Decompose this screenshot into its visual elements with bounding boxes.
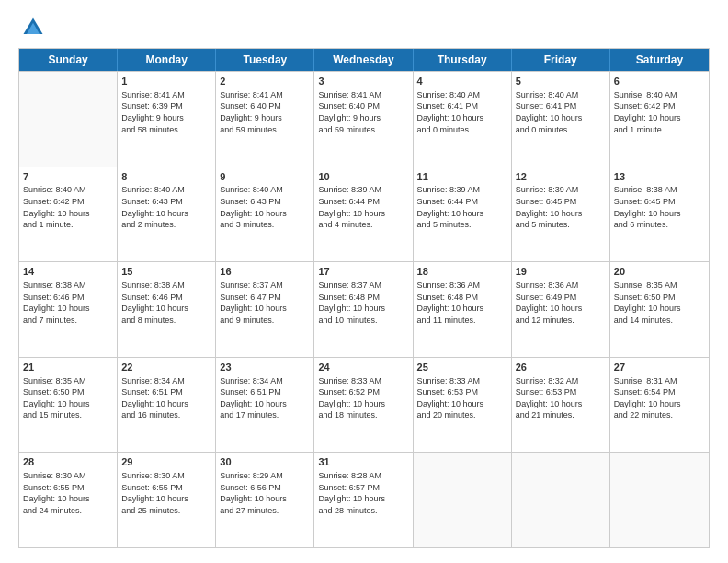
calendar-cell: 1Sunrise: 8:41 AM Sunset: 6:39 PM Daylig… [118, 72, 216, 167]
calendar-cell: 18Sunrise: 8:36 AM Sunset: 6:48 PM Dayli… [414, 262, 512, 357]
calendar-header-cell: Sunday [19, 49, 118, 71]
calendar-cell: 23Sunrise: 8:34 AM Sunset: 6:51 PM Dayli… [216, 358, 314, 453]
cell-text: Sunrise: 8:30 AM Sunset: 6:55 PM Dayligh… [23, 470, 113, 516]
calendar-cell: 30Sunrise: 8:29 AM Sunset: 6:56 PM Dayli… [216, 453, 314, 547]
cell-text: Sunrise: 8:29 AM Sunset: 6:56 PM Dayligh… [220, 470, 310, 516]
day-number: 7 [23, 170, 113, 184]
logo [18, 15, 50, 40]
cell-text: Sunrise: 8:40 AM Sunset: 6:43 PM Dayligh… [220, 184, 310, 230]
cell-text: Sunrise: 8:39 AM Sunset: 6:44 PM Dayligh… [318, 184, 408, 230]
calendar-body: 1Sunrise: 8:41 AM Sunset: 6:39 PM Daylig… [19, 71, 709, 547]
calendar-cell: 11Sunrise: 8:39 AM Sunset: 6:44 PM Dayli… [414, 167, 512, 262]
day-number: 23 [220, 361, 310, 374]
cell-text: Sunrise: 8:39 AM Sunset: 6:44 PM Dayligh… [417, 184, 507, 230]
day-number: 30 [220, 455, 310, 469]
day-number: 24 [318, 361, 408, 374]
calendar-row: 21Sunrise: 8:35 AM Sunset: 6:50 PM Dayli… [19, 357, 709, 453]
calendar-cell [19, 72, 118, 167]
day-number: 19 [516, 265, 606, 279]
calendar-header-cell: Monday [118, 49, 216, 71]
calendar-cell: 4Sunrise: 8:40 AM Sunset: 6:41 PM Daylig… [414, 72, 512, 167]
day-number: 26 [516, 361, 606, 374]
logo-icon [20, 15, 46, 40]
calendar-cell: 22Sunrise: 8:34 AM Sunset: 6:51 PM Dayli… [118, 358, 216, 453]
cell-text: Sunrise: 8:41 AM Sunset: 6:40 PM Dayligh… [318, 89, 408, 135]
cell-text: Sunrise: 8:41 AM Sunset: 6:40 PM Dayligh… [220, 89, 310, 135]
cell-text: Sunrise: 8:33 AM Sunset: 6:52 PM Dayligh… [318, 375, 408, 421]
calendar-cell: 15Sunrise: 8:38 AM Sunset: 6:46 PM Dayli… [118, 262, 216, 357]
cell-text: Sunrise: 8:36 AM Sunset: 6:49 PM Dayligh… [516, 280, 606, 326]
cell-text: Sunrise: 8:40 AM Sunset: 6:41 PM Dayligh… [417, 89, 507, 135]
day-number: 22 [121, 361, 211, 374]
cell-text: Sunrise: 8:36 AM Sunset: 6:48 PM Dayligh… [417, 280, 507, 326]
cell-text: Sunrise: 8:34 AM Sunset: 6:51 PM Dayligh… [220, 375, 310, 421]
header [18, 15, 710, 40]
calendar-row: 1Sunrise: 8:41 AM Sunset: 6:39 PM Daylig… [19, 71, 709, 167]
day-number: 18 [417, 265, 507, 279]
day-number: 20 [614, 265, 705, 279]
cell-text: Sunrise: 8:31 AM Sunset: 6:54 PM Dayligh… [614, 375, 705, 421]
cell-text: Sunrise: 8:32 AM Sunset: 6:53 PM Dayligh… [516, 375, 606, 421]
calendar-header-cell: Thursday [414, 49, 512, 71]
cell-text: Sunrise: 8:40 AM Sunset: 6:43 PM Dayligh… [121, 184, 211, 230]
cell-text: Sunrise: 8:39 AM Sunset: 6:45 PM Dayligh… [516, 184, 606, 230]
calendar-cell [610, 453, 709, 547]
day-number: 29 [121, 455, 211, 469]
day-number: 5 [516, 75, 606, 88]
cell-text: Sunrise: 8:38 AM Sunset: 6:45 PM Dayligh… [614, 184, 705, 230]
cell-text: Sunrise: 8:28 AM Sunset: 6:57 PM Dayligh… [318, 470, 408, 516]
calendar-cell: 12Sunrise: 8:39 AM Sunset: 6:45 PM Dayli… [512, 167, 610, 262]
calendar-header: SundayMondayTuesdayWednesdayThursdayFrid… [19, 49, 709, 71]
cell-text: Sunrise: 8:38 AM Sunset: 6:46 PM Dayligh… [23, 280, 113, 326]
day-number: 27 [614, 361, 705, 374]
calendar-cell: 24Sunrise: 8:33 AM Sunset: 6:52 PM Dayli… [314, 358, 413, 453]
calendar-header-cell: Saturday [610, 49, 709, 71]
day-number: 1 [121, 75, 211, 88]
day-number: 13 [614, 170, 705, 184]
calendar-cell: 2Sunrise: 8:41 AM Sunset: 6:40 PM Daylig… [216, 72, 314, 167]
calendar-cell: 14Sunrise: 8:38 AM Sunset: 6:46 PM Dayli… [19, 262, 118, 357]
calendar-header-cell: Tuesday [216, 49, 314, 71]
calendar-cell: 28Sunrise: 8:30 AM Sunset: 6:55 PM Dayli… [19, 453, 118, 547]
cell-text: Sunrise: 8:30 AM Sunset: 6:55 PM Dayligh… [121, 470, 211, 516]
calendar-cell: 5Sunrise: 8:40 AM Sunset: 6:41 PM Daylig… [512, 72, 610, 167]
calendar-cell: 21Sunrise: 8:35 AM Sunset: 6:50 PM Dayli… [19, 358, 118, 453]
calendar-cell: 26Sunrise: 8:32 AM Sunset: 6:53 PM Dayli… [512, 358, 610, 453]
calendar-cell: 31Sunrise: 8:28 AM Sunset: 6:57 PM Dayli… [314, 453, 413, 547]
calendar-cell: 10Sunrise: 8:39 AM Sunset: 6:44 PM Dayli… [314, 167, 413, 262]
calendar-cell: 7Sunrise: 8:40 AM Sunset: 6:42 PM Daylig… [19, 167, 118, 262]
calendar-cell: 20Sunrise: 8:35 AM Sunset: 6:50 PM Dayli… [610, 262, 709, 357]
day-number: 3 [318, 75, 408, 88]
cell-text: Sunrise: 8:40 AM Sunset: 6:42 PM Dayligh… [23, 184, 113, 230]
day-number: 28 [23, 455, 113, 469]
cell-text: Sunrise: 8:37 AM Sunset: 6:47 PM Dayligh… [220, 280, 310, 326]
calendar-header-cell: Friday [512, 49, 610, 71]
calendar-row: 28Sunrise: 8:30 AM Sunset: 6:55 PM Dayli… [19, 452, 709, 547]
day-number: 8 [121, 170, 211, 184]
calendar-cell [512, 453, 610, 547]
calendar-cell: 29Sunrise: 8:30 AM Sunset: 6:55 PM Dayli… [118, 453, 216, 547]
calendar-cell: 6Sunrise: 8:40 AM Sunset: 6:42 PM Daylig… [610, 72, 709, 167]
cell-text: Sunrise: 8:40 AM Sunset: 6:42 PM Dayligh… [614, 89, 705, 135]
calendar-cell: 27Sunrise: 8:31 AM Sunset: 6:54 PM Dayli… [610, 358, 709, 453]
calendar-header-cell: Wednesday [314, 49, 413, 71]
cell-text: Sunrise: 8:38 AM Sunset: 6:46 PM Dayligh… [121, 280, 211, 326]
calendar-cell: 9Sunrise: 8:40 AM Sunset: 6:43 PM Daylig… [216, 167, 314, 262]
day-number: 21 [23, 361, 113, 374]
cell-text: Sunrise: 8:33 AM Sunset: 6:53 PM Dayligh… [417, 375, 507, 421]
day-number: 12 [516, 170, 606, 184]
cell-text: Sunrise: 8:35 AM Sunset: 6:50 PM Dayligh… [23, 375, 113, 421]
cell-text: Sunrise: 8:41 AM Sunset: 6:39 PM Dayligh… [121, 89, 211, 135]
calendar-cell: 13Sunrise: 8:38 AM Sunset: 6:45 PM Dayli… [610, 167, 709, 262]
day-number: 10 [318, 170, 408, 184]
day-number: 14 [23, 265, 113, 279]
day-number: 15 [121, 265, 211, 279]
calendar: SundayMondayTuesdayWednesdayThursdayFrid… [18, 48, 710, 548]
calendar-cell: 17Sunrise: 8:37 AM Sunset: 6:48 PM Dayli… [314, 262, 413, 357]
day-number: 31 [318, 455, 408, 469]
day-number: 6 [614, 75, 705, 88]
day-number: 2 [220, 75, 310, 88]
day-number: 17 [318, 265, 408, 279]
cell-text: Sunrise: 8:35 AM Sunset: 6:50 PM Dayligh… [614, 280, 705, 326]
calendar-cell: 19Sunrise: 8:36 AM Sunset: 6:49 PM Dayli… [512, 262, 610, 357]
